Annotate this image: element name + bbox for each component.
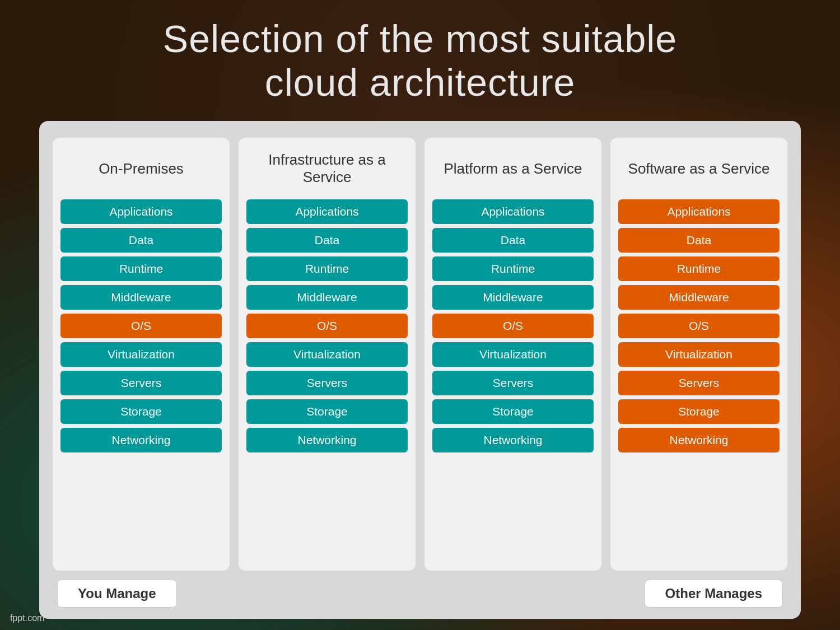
stack-item-middleware-on-premises: Middleware	[60, 285, 222, 310]
stack-item-virtualization-on-premises: Virtualization	[60, 342, 222, 367]
stack-item-servers-on-premises: Servers	[60, 371, 222, 395]
stack-item-applications-on-premises: Applications	[60, 199, 222, 224]
stack-item-runtime-paas: Runtime	[432, 256, 594, 281]
stack-item-servers-paas: Servers	[432, 371, 594, 395]
stack-item-networking-paas: Networking	[432, 428, 594, 452]
col-header-paas: Platform as a Service	[432, 149, 594, 188]
stack-item-o/s-on-premises: O/S	[60, 314, 222, 338]
stack-item-data-on-premises: Data	[60, 228, 222, 253]
stack-item-virtualization-saas: Virtualization	[618, 342, 780, 367]
stack-saas: ApplicationsDataRuntimeMiddlewareO/SVirt…	[618, 199, 780, 452]
slide-content: Selection of the most suitable cloud arc…	[0, 0, 840, 630]
stack-item-data-saas: Data	[618, 228, 780, 253]
stack-item-runtime-saas: Runtime	[618, 256, 780, 281]
stack-iaas: ApplicationsDataRuntimeMiddlewareO/SVirt…	[246, 199, 408, 452]
stack-item-servers-saas: Servers	[618, 371, 780, 395]
stack-item-applications-saas: Applications	[618, 199, 780, 224]
columns-row: On-PremisesApplicationsDataRuntimeMiddle…	[53, 138, 787, 571]
column-paas: Platform as a ServiceApplicationsDataRun…	[424, 138, 601, 571]
stack-item-virtualization-iaas: Virtualization	[246, 342, 408, 367]
column-on-premises: On-PremisesApplicationsDataRuntimeMiddle…	[53, 138, 230, 571]
stack-on-premises: ApplicationsDataRuntimeMiddlewareO/SVirt…	[60, 199, 222, 452]
stack-item-storage-on-premises: Storage	[60, 399, 222, 424]
stack-item-networking-saas: Networking	[618, 428, 780, 452]
col-header-saas: Software as a Service	[618, 149, 780, 188]
stack-item-o/s-paas: O/S	[432, 314, 594, 338]
branding: fppt.com	[10, 613, 44, 623]
stack-item-virtualization-paas: Virtualization	[432, 342, 594, 367]
stack-item-runtime-iaas: Runtime	[246, 256, 408, 281]
col-header-on-premises: On-Premises	[60, 149, 222, 188]
column-iaas: Infrastructure as a ServiceApplicationsD…	[239, 138, 416, 571]
stack-item-middleware-paas: Middleware	[432, 285, 594, 310]
stack-item-middleware-saas: Middleware	[618, 285, 780, 310]
slide-title: Selection of the most suitable cloud arc…	[163, 17, 677, 104]
stack-item-o/s-iaas: O/S	[246, 314, 408, 338]
stack-item-data-paas: Data	[432, 228, 594, 253]
footer-row: You Manage Other Manages	[53, 580, 787, 608]
stack-item-storage-saas: Storage	[618, 399, 780, 424]
col-header-iaas: Infrastructure as a Service	[246, 149, 408, 188]
stack-item-data-iaas: Data	[246, 228, 408, 253]
stack-item-middleware-iaas: Middleware	[246, 285, 408, 310]
stack-item-runtime-on-premises: Runtime	[60, 256, 222, 281]
you-manage-badge: You Manage	[57, 580, 177, 608]
stack-item-storage-paas: Storage	[432, 399, 594, 424]
main-container: On-PremisesApplicationsDataRuntimeMiddle…	[39, 121, 801, 619]
stack-item-networking-on-premises: Networking	[60, 428, 222, 452]
stack-item-servers-iaas: Servers	[246, 371, 408, 395]
stack-paas: ApplicationsDataRuntimeMiddlewareO/SVirt…	[432, 199, 594, 452]
stack-item-storage-iaas: Storage	[246, 399, 408, 424]
stack-item-applications-iaas: Applications	[246, 199, 408, 224]
other-manages-badge: Other Manages	[645, 580, 783, 608]
stack-item-applications-paas: Applications	[432, 199, 594, 224]
stack-item-networking-iaas: Networking	[246, 428, 408, 452]
column-saas: Software as a ServiceApplicationsDataRun…	[610, 138, 787, 571]
stack-item-o/s-saas: O/S	[618, 314, 780, 338]
